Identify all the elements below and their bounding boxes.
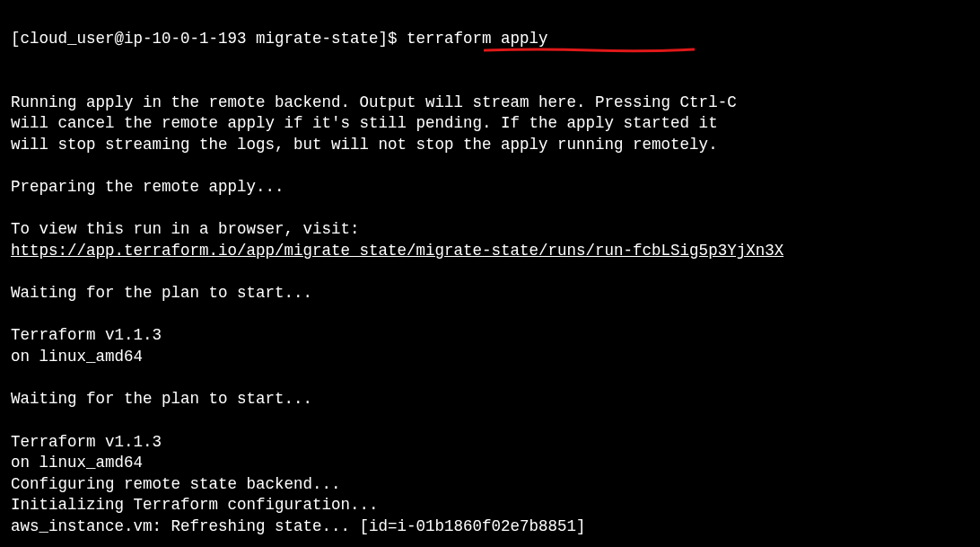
red-underline-annotation — [484, 48, 695, 53]
output-line: Terraform v1.1.3 — [11, 326, 162, 344]
output-line: on linux_amd64 — [11, 348, 143, 366]
shell-prompt: [cloud_user@ip-10-0-1-193 migrate-state]… — [11, 30, 407, 48]
output-line: Terraform v1.1.3 — [11, 433, 162, 451]
output-line: will cancel the remote apply if it's sti… — [11, 114, 718, 132]
output-line: aws_instance.vm: Refreshing state... [id… — [11, 517, 586, 535]
prompt-line: [cloud_user@ip-10-0-1-193 migrate-state]… — [11, 29, 969, 50]
output-line: To view this run in a browser, visit: — [11, 220, 360, 238]
output-line: Waiting for the plan to start... — [11, 390, 312, 408]
output-line: Preparing the remote apply... — [11, 178, 284, 196]
run-url-link[interactable]: https://app.terraform.io/app/migrate_sta… — [11, 242, 783, 260]
command-text: terraform apply — [407, 30, 548, 48]
output-line: Configuring remote state backend... — [11, 475, 341, 493]
output-line: on linux_amd64 — [11, 454, 143, 472]
output-line: Waiting for the plan to start... — [11, 284, 312, 302]
output-line: will stop streaming the logs, but will n… — [11, 136, 718, 154]
terminal-output[interactable]: [cloud_user@ip-10-0-1-193 migrate-state]… — [0, 0, 980, 547]
output-line: Initializing Terraform configuration... — [11, 496, 379, 514]
output-line: Running apply in the remote backend. Out… — [11, 93, 737, 111]
